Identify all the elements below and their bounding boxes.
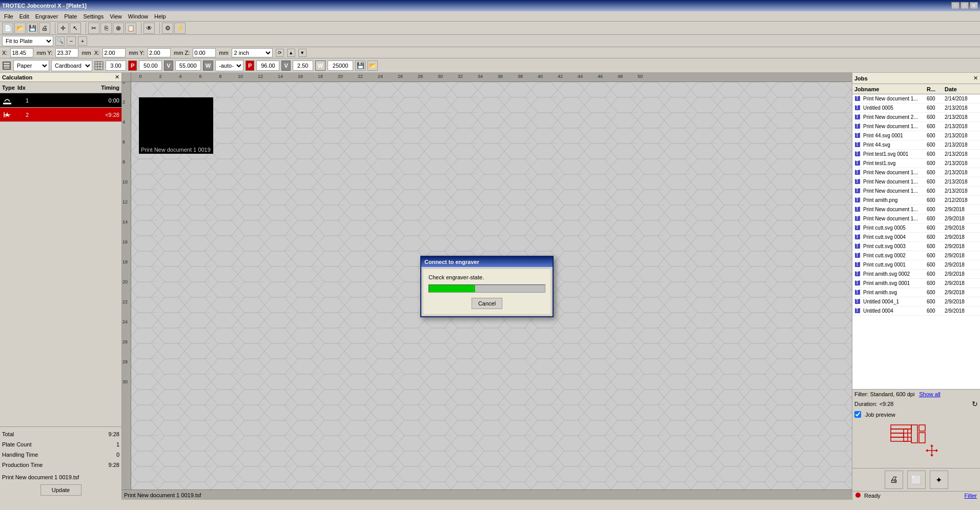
maximize-button[interactable]: □ <box>961 2 969 9</box>
refresh-button[interactable]: ↻ <box>972 400 978 408</box>
job-row-15[interactable]: TPrint cutt.svg 00046002/9/2018 <box>852 233 980 242</box>
svg-rect-0 <box>3 62 10 69</box>
menu-item-edit[interactable]: Edit <box>16 12 32 21</box>
job-row-1[interactable]: TUntitled 00056002/13/2018 <box>852 104 980 113</box>
vf-num-input[interactable] <box>293 60 313 71</box>
coord-btn2[interactable]: ▲ <box>287 49 295 57</box>
job-row-3[interactable]: TPrint New document 1...6002/13/2018 <box>852 122 980 131</box>
window-title: TROTEC Jobcontrol X - [Plate1] <box>2 3 87 9</box>
mat-save-btn[interactable]: 💾 <box>355 60 365 71</box>
close-button[interactable]: ✕ <box>970 2 978 9</box>
job-row-5[interactable]: TPrint 44.svg6002/13/2018 <box>852 140 980 150</box>
menu-item-plate[interactable]: Plate <box>61 12 80 21</box>
job-row-9[interactable]: TPrint New document 1...6002/13/2018 <box>852 177 980 187</box>
select-button[interactable]: ↖ <box>70 23 81 34</box>
menu-item-engraver[interactable]: Engraver <box>32 12 62 21</box>
new-button[interactable]: 📄 <box>2 23 13 34</box>
auto-select[interactable]: -auto- <box>215 60 243 71</box>
job-name-2: Print New document 2... <box>863 114 927 120</box>
job-row-17[interactable]: TPrint cutt.svg 00026002/9/2018 <box>852 251 980 260</box>
z-input[interactable] <box>193 48 216 57</box>
job-row-23[interactable]: TUntitled 00046002/9/2018 <box>852 307 980 316</box>
save-button[interactable]: 💾 <box>27 23 38 34</box>
dialog-buttons: Cancel <box>428 298 545 309</box>
show-all-link[interactable]: Show all <box>919 391 941 397</box>
minimize-button[interactable]: − <box>951 2 959 9</box>
send-job-button[interactable]: 🖨 <box>885 471 903 489</box>
move-button[interactable]: ✛ <box>57 23 69 34</box>
print-button[interactable]: 🖨 <box>39 23 50 34</box>
job-row-6[interactable]: TPrint test1.svg 00016002/13/2018 <box>852 150 980 159</box>
y2-input[interactable] <box>148 48 171 57</box>
job-row-20[interactable]: TPrint amith.svg 00016002/9/2018 <box>852 279 980 288</box>
menu-item-window[interactable]: Window <box>125 12 151 21</box>
jobs-close-icon[interactable]: ✕ <box>973 75 978 81</box>
cancel-button[interactable]: Cancel <box>472 298 502 309</box>
laser-button[interactable]: ⚡ <box>174 23 186 34</box>
job-row-22[interactable]: TUntitled 0004_16002/9/2018 <box>852 297 980 307</box>
p-num-input[interactable] <box>139 60 162 71</box>
svg-marker-72 <box>930 444 933 446</box>
job-date-7: 2/13/2018 <box>945 160 978 166</box>
mat-load-btn[interactable]: 📂 <box>368 60 378 71</box>
x2-input[interactable] <box>103 48 126 57</box>
stop-button[interactable]: ⬜ <box>907 471 926 489</box>
p-val-input[interactable] <box>106 60 126 71</box>
col-jobname-header[interactable]: Jobname <box>854 86 927 92</box>
job-row-11[interactable]: TPrint amith.png6002/12/2018 <box>852 196 980 205</box>
extras-button[interactable]: ✦ <box>930 471 948 489</box>
menu-item-file[interactable]: File <box>1 12 16 21</box>
job-row-16[interactable]: TPrint cutt.svg 00036002/9/2018 <box>852 242 980 251</box>
menu-item-settings[interactable]: Settings <box>80 12 107 21</box>
zoom-fit-button[interactable]: + <box>78 36 87 46</box>
x-input[interactable] <box>10 48 33 57</box>
update-button[interactable]: Update <box>40 484 81 496</box>
job-row-4[interactable]: TPrint 44.svg 00016002/13/2018 <box>852 131 980 140</box>
job-row-14[interactable]: TPrint cutt.svg 00056002/9/2018 <box>852 223 980 233</box>
settings-button[interactable]: ⚙ <box>162 23 173 34</box>
job-row-8[interactable]: TPrint New document 1...6002/13/2018 <box>852 168 980 177</box>
job-row-2[interactable]: TPrint New document 2...6002/13/2018 <box>852 113 980 122</box>
menu-item-view[interactable]: View <box>107 12 125 21</box>
job-row-12[interactable]: TPrint New document 1...6002/9/2018 <box>852 205 980 214</box>
copy-button[interactable]: ⎘ <box>100 23 112 34</box>
job-row-10[interactable]: TPrint New document 1...6002/13/2018 <box>852 187 980 196</box>
zoom-in-button[interactable]: 🔍 <box>55 36 65 46</box>
y-input[interactable] <box>55 48 78 57</box>
calc-row-2[interactable]: 2 <9:28 <box>0 108 121 122</box>
job-r-5: 600 <box>927 142 945 148</box>
duplicate-button[interactable]: ⊕ <box>113 23 124 34</box>
view-button[interactable]: 👁 <box>144 23 155 34</box>
coord-btn3[interactable]: ▼ <box>298 49 307 57</box>
zoom-out-button[interactable]: − <box>67 36 76 46</box>
w2-num-input[interactable] <box>328 60 353 71</box>
paste-button[interactable]: 📋 <box>125 23 136 34</box>
v-num-input[interactable] <box>175 60 201 71</box>
job-row-18[interactable]: TPrint cutt.svg 00016002/9/2018 <box>852 260 980 270</box>
fit-to-plate-select[interactable]: Fit to Plate <box>2 36 53 46</box>
open-button[interactable]: 📂 <box>14 23 26 34</box>
job-row-19[interactable]: TPrint amith.svg 00026002/9/2018 <box>852 270 980 279</box>
calc-row-1[interactable]: 1 0:00 <box>0 93 121 108</box>
inch-dropdown[interactable]: 2 inch <box>232 48 273 57</box>
job-r-1: 600 <box>927 105 945 111</box>
job-r-14: 600 <box>927 225 945 231</box>
job-row-7[interactable]: TPrint test1.svg6002/13/2018 <box>852 159 980 168</box>
pf-num-input[interactable] <box>256 60 279 71</box>
job-row-21[interactable]: TPrint amith.svg6002/9/2018 <box>852 288 980 297</box>
job-row-0[interactable]: TPrint New document 1...6002/14/2018 <box>852 94 980 104</box>
svg-rect-62 <box>891 425 911 429</box>
col-date-header[interactable]: Date <box>945 86 978 92</box>
job-preview-checkbox[interactable] <box>854 411 861 418</box>
material1-select[interactable]: Paper <box>13 60 49 71</box>
cut-button[interactable]: ✂ <box>88 23 99 34</box>
calc-close-icon[interactable]: ✕ <box>115 74 119 80</box>
material2-select[interactable]: Cardboard <box>51 60 92 71</box>
job-icon-7: T <box>854 160 862 167</box>
job-icon-8: T <box>854 169 862 176</box>
jobs-filter-row: Filter: Standard, 600 dpi Show all <box>852 389 980 399</box>
job-row-13[interactable]: TPrint New document 1...6002/9/2018 <box>852 214 980 223</box>
menu-item-help[interactable]: Help <box>151 12 169 21</box>
coord-btn1[interactable]: ⟳ <box>276 49 284 57</box>
col-r-header[interactable]: R... <box>927 86 945 92</box>
